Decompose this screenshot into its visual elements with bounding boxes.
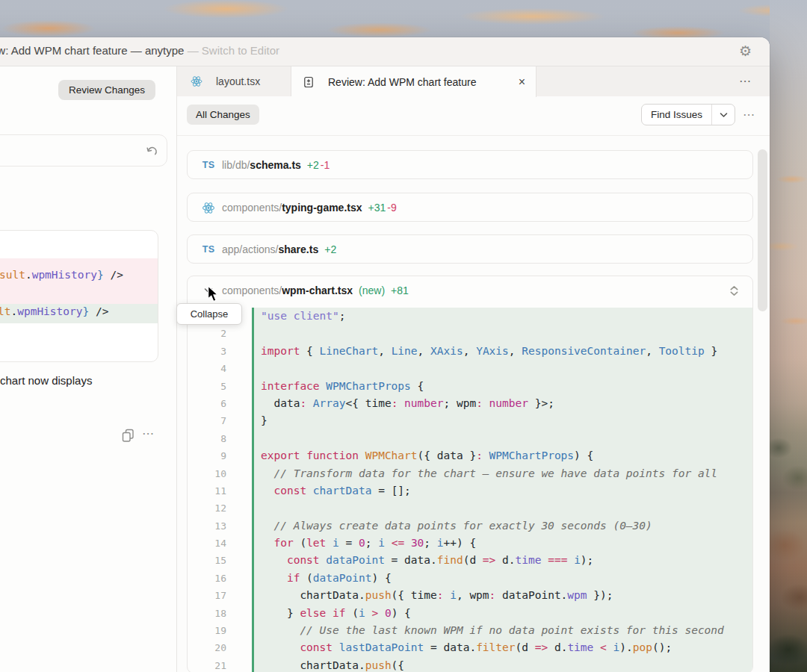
- chat-input[interactable]: [0, 134, 167, 167]
- line-number: 8: [188, 430, 226, 447]
- react-icon: [190, 75, 203, 87]
- line-number: 5: [188, 378, 226, 395]
- line-number: 18: [188, 605, 226, 622]
- screen: Review: Add WPM chart feature — anytype …: [0, 0, 807, 672]
- assistant-message-text: chart now displays: [0, 374, 92, 387]
- removed-count: -1: [321, 159, 330, 171]
- code-text: }: [252, 412, 752, 429]
- review-toolbar: All Changes Find Issues ⋯: [177, 96, 770, 136]
- code-text: chartData.push({: [252, 657, 752, 672]
- line-number: 7: [188, 412, 226, 429]
- code-text: import { LineChart, Line, XAxis, YAxis, …: [252, 343, 752, 360]
- file-path: components/: [222, 202, 282, 214]
- code-text: const dataPoint = data.find(d => d.time …: [252, 552, 752, 569]
- code-line: 10 // Transform data for the chart – ens…: [188, 465, 752, 482]
- code-text: // Use the last known WPM if no data poi…: [252, 622, 752, 639]
- added-code-text: lt.wpmHistory} />: [0, 305, 108, 317]
- gear-icon[interactable]: ⚙: [739, 42, 752, 61]
- added-count: +31: [368, 202, 386, 214]
- code-text: [252, 325, 752, 342]
- code-text: export function WPMChart({ data }: WPMCh…: [252, 447, 752, 464]
- desktop-wallpaper-right: [770, 0, 807, 672]
- code-line: 17 chartData.push({ time: i, wpm: dataPo…: [188, 587, 752, 604]
- file-card-share[interactable]: TS app/actions/share.ts +2: [187, 234, 753, 264]
- chevron-down-icon[interactable]: [711, 105, 735, 125]
- mouse-cursor: [207, 285, 220, 302]
- tab-review[interactable]: Review: Add WPM chart feature ×: [291, 66, 537, 97]
- code-line: 19 // Use the last known WPM if no data …: [188, 622, 752, 639]
- find-issues-label: Find Issues: [642, 105, 711, 125]
- line-number: 19: [188, 622, 226, 639]
- all-changes-filter[interactable]: All Changes: [187, 105, 259, 125]
- code-line: 12: [188, 500, 752, 517]
- line-number: 16: [188, 570, 226, 587]
- line-number: 15: [188, 552, 226, 569]
- removed-code-text: sult.wpmHistory} />: [0, 269, 123, 281]
- tab-layout-tsx[interactable]: layout.tsx: [177, 66, 291, 96]
- code-line: 9export function WPMChart({ data }: WPMC…: [188, 447, 752, 464]
- code-text: for (let i = 0; i <= 30; i++) {: [252, 535, 752, 552]
- removed-count: -9: [387, 202, 396, 214]
- line-number: 4: [188, 360, 226, 377]
- code-text: // Transform data for the chart – ensure…: [252, 465, 752, 482]
- review-side-panel: Review Changes sult.wpmHistory} /> lt.wp…: [0, 66, 177, 672]
- tab-label: Review: Add WPM chart feature: [328, 76, 476, 88]
- typescript-icon: TS: [202, 160, 215, 170]
- code-diff-view[interactable]: 1"use client";23import { LineChart, Line…: [188, 306, 752, 672]
- line-number: 13: [188, 517, 226, 535]
- code-text: [252, 360, 752, 377]
- window-title: Review: Add WPM chart feature — anytype …: [0, 44, 279, 57]
- file-card-wpm-chart: components/wpm-chart.tsx (new) +81 1"use…: [187, 276, 753, 672]
- find-issues-button[interactable]: Find Issues: [641, 104, 735, 125]
- code-line: 15 const dataPoint = data.find(d => d.ti…: [188, 552, 752, 569]
- line-number: 2: [188, 325, 226, 342]
- review-changes-button[interactable]: Review Changes: [58, 80, 155, 100]
- code-line: 13 // Always create data points for exac…: [188, 517, 752, 535]
- line-number: 17: [188, 587, 226, 604]
- typescript-icon: TS: [202, 244, 215, 255]
- code-line: 1"use client";: [188, 308, 752, 325]
- code-line: 11 const chartData = [];: [188, 482, 752, 500]
- line-number: 21: [188, 657, 226, 672]
- undo-icon[interactable]: [145, 144, 158, 158]
- code-text: [252, 430, 752, 447]
- expand-collapse-icon[interactable]: [730, 286, 738, 296]
- copy-icon[interactable]: [121, 428, 135, 442]
- file-card-schema[interactable]: TS lib/db/schema.ts +2 -1: [187, 150, 753, 179]
- toolbar-more-icon[interactable]: ⋯: [743, 108, 755, 122]
- file-path: app/actions/: [222, 243, 279, 255]
- code-line: 16 if (dataPoint) {: [188, 570, 752, 587]
- file-path: lib/db/: [222, 159, 250, 171]
- window-title-primary: Review: Add WPM chart feature — anytype: [0, 44, 184, 57]
- new-file-badge: (new): [359, 284, 385, 296]
- code-text: [252, 500, 752, 517]
- message-more-icon[interactable]: ⋯: [142, 426, 154, 441]
- file-name: share.ts: [279, 243, 319, 255]
- file-card-header[interactable]: components/wpm-chart.tsx (new) +81: [188, 276, 752, 305]
- line-number: 11: [188, 482, 226, 500]
- line-number: 20: [188, 639, 226, 656]
- app-window: Review: Add WPM chart feature — anytype …: [0, 37, 770, 672]
- code-text: const chartData = [];: [252, 482, 752, 500]
- code-line: 21 chartData.push({: [188, 657, 752, 672]
- diff-removed-line: sult.wpmHistory} />: [0, 258, 158, 304]
- code-line: 7}: [188, 412, 752, 429]
- line-number: 3: [188, 343, 226, 360]
- close-icon[interactable]: ×: [519, 76, 525, 88]
- line-number: 10: [188, 465, 226, 482]
- scrollbar-thumb[interactable]: [758, 149, 767, 311]
- code-line: 5interface WPMChartProps {: [188, 378, 752, 395]
- code-text: interface WPMChartProps {: [252, 378, 752, 395]
- line-number: 6: [188, 395, 226, 412]
- code-line: 3import { LineChart, Line, XAxis, YAxis,…: [188, 343, 752, 360]
- tabbar-more-icon[interactable]: ⋯: [739, 74, 751, 88]
- code-line: 20 const lastDataPoint = data.filter(d =…: [188, 639, 752, 656]
- file-name: wpm-chart.tsx: [282, 284, 353, 296]
- code-text: } else if (i > 0) {: [252, 605, 752, 622]
- code-text: if (dataPoint) {: [252, 570, 752, 587]
- titlebar[interactable]: Review: Add WPM chart feature — anytype …: [0, 37, 770, 66]
- file-card-typing-game[interactable]: components/typing-game.tsx +31 -9: [187, 193, 753, 222]
- react-icon: [202, 202, 215, 214]
- code-line: 8: [188, 430, 752, 447]
- changes-list: TS lib/db/schema.ts +2 -1: [177, 136, 770, 672]
